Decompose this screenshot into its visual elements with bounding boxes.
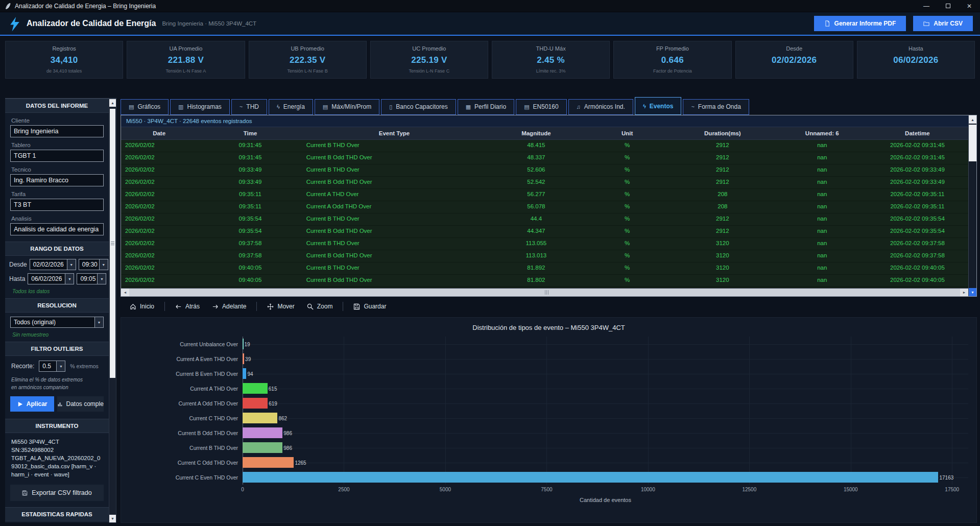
table-row[interactable]: 2026/02/0209:35:11Current A THD Over56.2… bbox=[121, 189, 968, 201]
open-csv-button[interactable]: Abrir CSV bbox=[913, 16, 973, 31]
table-vertical-scrollbar[interactable]: ▲ ▼ bbox=[968, 115, 976, 296]
toolbar-atras-button[interactable]: Atrás bbox=[170, 300, 205, 313]
table-cell: 52.606 bbox=[485, 164, 587, 176]
tab-en50160[interactable]: ▤EN50160 bbox=[516, 99, 566, 115]
datos-completos-button[interactable]: Datos comple bbox=[57, 396, 104, 412]
chevron-down-icon[interactable]: ▼ bbox=[67, 259, 76, 270]
toolbar-mover-button[interactable]: Mover bbox=[262, 300, 299, 313]
tab-perfil-diario[interactable]: ▦Perfil Diario bbox=[458, 99, 514, 115]
table-row[interactable]: 2026/02/0209:35:54Current B THD Over44.4… bbox=[121, 213, 968, 226]
hasta-date-combo[interactable]: 06/02/2026▼ bbox=[28, 273, 74, 284]
scroll-right-icon[interactable]: ► bbox=[960, 289, 968, 296]
table-row[interactable]: 2026/02/0209:33:49Current B THD Over52.6… bbox=[121, 164, 968, 177]
table-row[interactable]: 2026/02/0209:37:58Current B Odd THD Over… bbox=[121, 250, 968, 262]
stat-sublabel: Tensión L-N Fase B bbox=[249, 68, 366, 74]
exportar-csv-button[interactable]: Exportar CSV filtrado bbox=[10, 485, 104, 501]
table-cell: 3120 bbox=[667, 238, 778, 250]
toolbar-adelante-button[interactable]: Adelante bbox=[207, 300, 251, 313]
table-cell: 09:40:05 bbox=[197, 262, 303, 274]
tab-graficos[interactable]: ▤Gráficos bbox=[121, 99, 169, 115]
toolbar-inicio-button[interactable]: Inicio bbox=[125, 300, 159, 313]
table-row[interactable]: 2026/02/0209:40:05Current B THD Over81.8… bbox=[121, 262, 968, 275]
stat-value: 06/02/2026 bbox=[857, 55, 974, 65]
scrollbar-thumb[interactable] bbox=[110, 109, 115, 378]
tab-thd[interactable]: ~THD bbox=[231, 99, 267, 115]
input-cliente[interactable] bbox=[10, 125, 104, 137]
generate-pdf-button[interactable]: Generar Informe PDF bbox=[814, 16, 906, 31]
scroll-up-icon[interactable]: ▲ bbox=[109, 99, 116, 107]
capacitor-icon: ▯ bbox=[389, 104, 392, 110]
table-row[interactable]: 2026/02/0209:37:58Current B THD Over113.… bbox=[121, 238, 968, 250]
tab-banco-capacitores[interactable]: ▯Banco Capacitores bbox=[381, 99, 456, 115]
tab-histogramas[interactable]: ▥Histogramas bbox=[170, 99, 230, 115]
stat-value: 0.646 bbox=[614, 55, 731, 65]
table-cell: 2026-02-02 09:37:58 bbox=[867, 250, 968, 262]
chart-bar bbox=[243, 413, 277, 423]
chevron-down-icon[interactable]: ▼ bbox=[56, 361, 65, 371]
tab-forma-de-onda[interactable]: ~Forma de Onda bbox=[683, 99, 749, 115]
chevron-down-icon[interactable]: ▼ bbox=[65, 274, 74, 284]
input-tablero[interactable] bbox=[10, 150, 104, 162]
chevron-down-icon[interactable]: ▼ bbox=[99, 259, 108, 270]
chart-icon: ▤ bbox=[129, 104, 134, 110]
aplicar-button[interactable]: Aplicar bbox=[10, 396, 54, 412]
minimize-button[interactable]: — bbox=[916, 0, 937, 12]
recorte-select[interactable]: 0.5▼ bbox=[39, 361, 65, 372]
document-icon bbox=[824, 20, 830, 27]
chart-bar-value: 862 bbox=[277, 415, 287, 421]
rango-note: Todos los datos bbox=[12, 288, 102, 294]
table-cell: 09:33:49 bbox=[197, 177, 303, 188]
table-cell: Current B THD Over bbox=[303, 262, 486, 274]
save-icon bbox=[22, 490, 28, 496]
stats-row: Registros34,410de 34,410 totalesUA Prome… bbox=[5, 41, 975, 79]
desde-date-combo[interactable]: 02/02/2026▼ bbox=[30, 259, 76, 270]
chart-bar-row: Current Unbalance Over19 bbox=[121, 337, 976, 351]
desde-time-combo[interactable]: 09:30▼ bbox=[79, 259, 108, 270]
table-row[interactable]: 2026/02/0209:31:45Current B THD Over48.4… bbox=[121, 140, 968, 152]
table-row[interactable]: 2026/02/0209:35:54Current B Odd THD Over… bbox=[121, 226, 968, 238]
table-row[interactable]: 2026/02/0209:40:05Current B Odd THD Over… bbox=[121, 275, 968, 287]
sidebar-scrollbar[interactable]: ▲ ▼ bbox=[109, 99, 116, 523]
field-label: Analisis bbox=[11, 216, 104, 222]
table-row[interactable]: 2026/02/0209:33:49Current B Odd THD Over… bbox=[121, 177, 968, 189]
tab-armonicos-ind[interactable]: ♫Armónicos Ind. bbox=[568, 99, 633, 115]
tab-energia[interactable]: ϟEnergía bbox=[269, 99, 313, 115]
field-cliente: Cliente bbox=[5, 113, 109, 137]
chart-bar-value: 19 bbox=[244, 341, 250, 347]
chevron-down-icon[interactable]: ▼ bbox=[94, 317, 103, 327]
table-cell: nan bbox=[778, 164, 867, 176]
quick-stat-row: Tensión rango:215.8 – 228.3 V bbox=[5, 521, 109, 523]
chart-bar-row: Current C THD Over862 bbox=[121, 411, 976, 425]
input-analisis[interactable] bbox=[10, 223, 104, 235]
tab-label: Armónicos Ind. bbox=[584, 103, 625, 110]
table-cell: 2026/02/02 bbox=[121, 213, 197, 225]
input-tecnico[interactable] bbox=[10, 174, 104, 186]
table-cell: 09:35:54 bbox=[197, 213, 303, 225]
table-cell: 2026/02/02 bbox=[121, 164, 197, 176]
table-horizontal-scrollbar[interactable]: ◄ ► bbox=[121, 288, 968, 296]
scrollbar-thumb[interactable] bbox=[969, 125, 976, 161]
toolbar-zoom-button[interactable]: Zoom bbox=[302, 300, 338, 313]
table-cell: nan bbox=[778, 275, 867, 286]
tab-max-min-prom[interactable]: ▤Máx/Mín/Prom bbox=[315, 99, 379, 115]
close-button[interactable]: ✕ bbox=[959, 0, 980, 12]
table-row[interactable]: 2026/02/0209:35:11Current A Odd THD Over… bbox=[121, 201, 968, 213]
maximize-button[interactable] bbox=[937, 0, 959, 12]
resolucion-select[interactable]: Todos (original)▼ bbox=[10, 317, 104, 328]
scroll-down-icon[interactable]: ▼ bbox=[109, 515, 116, 522]
scroll-left-icon[interactable]: ◄ bbox=[121, 289, 129, 296]
scroll-up-icon[interactable]: ▲ bbox=[969, 115, 976, 124]
table-row[interactable]: 2026/02/0209:31:45Current B Odd THD Over… bbox=[121, 152, 968, 164]
table-cell: 2026/02/02 bbox=[121, 201, 197, 213]
tab-eventos[interactable]: ϟEventos bbox=[635, 97, 682, 115]
table-cell: 2026-02-02 09:35:54 bbox=[867, 213, 968, 225]
chart-bar-value: 619 bbox=[268, 400, 277, 406]
hasta-time-combo[interactable]: 09:05▼ bbox=[77, 273, 106, 284]
input-tarifa[interactable] bbox=[10, 199, 104, 211]
toolbar-guardar-button[interactable]: Guardar bbox=[348, 300, 391, 313]
chart-bar-row: Current A THD Over615 bbox=[121, 381, 976, 396]
document-icon: ▤ bbox=[524, 104, 529, 110]
window-title: Analizador de Calidad de Energia – Bring… bbox=[15, 3, 156, 10]
chevron-down-icon[interactable]: ▼ bbox=[97, 274, 106, 284]
scroll-down-icon[interactable]: ▼ bbox=[969, 288, 976, 296]
